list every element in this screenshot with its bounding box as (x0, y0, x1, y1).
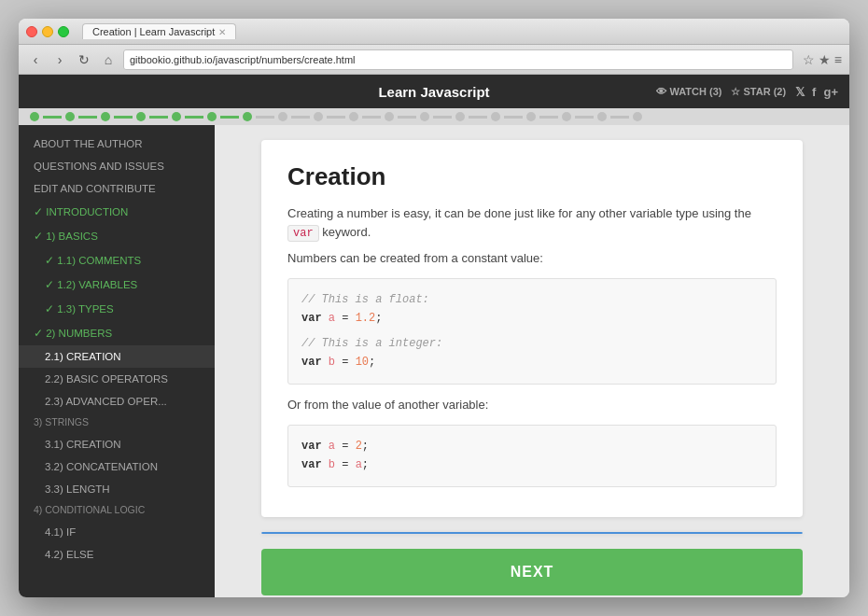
facebook-icon[interactable]: f (812, 85, 816, 99)
var-keyword: var (287, 225, 319, 242)
eye-icon: 👁 (656, 86, 666, 97)
exercise-header: Exercise (262, 533, 802, 534)
progress-dot-6 (243, 112, 252, 121)
progress-line-12 (469, 116, 487, 119)
desc1-suffix: keyword. (322, 225, 371, 239)
desc1-prefix: Creating a number is easy, it can be don… (287, 206, 751, 220)
minimize-button[interactable] (42, 26, 53, 37)
progress-line-3 (149, 116, 168, 119)
traffic-lights (26, 26, 69, 37)
progress-line-5 (220, 116, 239, 119)
tab-title: Creation | Learn Javascript (92, 26, 215, 37)
progress-dot-9 (349, 112, 358, 121)
forward-button[interactable]: › (50, 50, 69, 69)
next-button[interactable]: NEXT (261, 549, 803, 595)
sidebar-item-7[interactable]: ✓ 1.3) TYPES (19, 297, 215, 321)
maximize-button[interactable] (58, 26, 69, 37)
menu-icon[interactable]: ≡ (834, 52, 842, 67)
tab-close-icon[interactable]: ✕ (218, 27, 226, 37)
code-block-2: var a = 2; var b = a; (287, 425, 777, 487)
close-button[interactable] (26, 26, 37, 37)
content-area: Creation Creating a number is easy, it c… (215, 125, 849, 597)
code-line-4: var b = 10; (301, 353, 763, 371)
code2-line-1: var a = 2; (301, 437, 763, 455)
progress-dot-7 (278, 112, 287, 121)
progress-dot-13 (491, 112, 500, 121)
progress-line-1 (78, 116, 97, 119)
progress-line-14 (539, 116, 558, 119)
googleplus-icon[interactable]: g+ (823, 85, 838, 99)
progress-dot-12 (455, 112, 465, 121)
progress-dot-0 (30, 112, 39, 121)
page-title: Creation (287, 162, 777, 191)
progress-line-4 (185, 116, 203, 119)
sidebar-item-10[interactable]: 2.2) BASIC OPERATORS (19, 368, 215, 390)
progress-line-8 (327, 116, 345, 119)
sidebar-item-8[interactable]: ✓ 2) NUMBERS (19, 321, 215, 345)
code2-line-2: var b = a; (301, 455, 763, 474)
progress-dot-2 (101, 112, 110, 121)
main-layout: ABOUT THE AUTHORQUESTIONS AND ISSUESEDIT… (19, 125, 849, 597)
twitter-icon[interactable]: 𝕏 (795, 85, 805, 99)
bookmark-icon[interactable]: ☆ (803, 52, 815, 67)
sidebar-item-4[interactable]: ✓ 1) BASICS (19, 224, 215, 248)
progress-bar (19, 108, 849, 125)
app-title: Learn Javascript (378, 84, 489, 100)
progress-dot-11 (420, 112, 429, 121)
sidebar-item-17[interactable]: 4.1) IF (19, 521, 215, 543)
browser-tab[interactable]: Creation | Learn Javascript ✕ (82, 23, 236, 39)
sidebar-item-14[interactable]: 3.2) CONCATENATION (19, 455, 215, 478)
watch-label: WATCH (3) (669, 86, 721, 97)
sidebar-item-5[interactable]: ✓ 1.1) COMMENTS (19, 248, 215, 273)
sidebar-item-0[interactable]: ABOUT THE AUTHOR (19, 133, 215, 155)
progress-line-11 (433, 116, 452, 119)
watch-button[interactable]: 👁 WATCH (3) (656, 86, 721, 97)
sidebar-item-16[interactable]: 4) CONDITIONAL LOGIC (19, 500, 215, 521)
code-comment-2: // This is a integer: (301, 337, 442, 350)
description-1: Creating a number is easy, it can be don… (287, 204, 777, 242)
star-icon: ☆ (731, 86, 740, 98)
progress-line-15 (575, 116, 594, 119)
sidebar-item-1[interactable]: QUESTIONS AND ISSUES (19, 155, 215, 177)
address-bar[interactable] (123, 49, 793, 70)
progress-line-9 (362, 116, 381, 119)
toolbar-icons: ☆ ★ ≡ (803, 52, 842, 67)
star-label: STAR (2) (743, 86, 786, 97)
description-2: Numbers can be created from a constant v… (287, 249, 777, 268)
sidebar-item-15[interactable]: 3.3) LENGTH (19, 478, 215, 500)
progress-line-6 (256, 116, 274, 119)
home-button[interactable]: ⌂ (99, 50, 118, 69)
star-button[interactable]: ☆ STAR (2) (731, 86, 786, 98)
progress-dot-10 (385, 112, 394, 121)
sidebar-item-12[interactable]: 3) STRINGS (19, 413, 215, 433)
progress-dot-15 (562, 112, 571, 121)
code-comment-1: // This is a float: (301, 293, 429, 306)
progress-dot-14 (526, 112, 536, 121)
sidebar-item-9[interactable]: 2.1) CREATION (19, 345, 215, 368)
progress-line-0 (43, 116, 62, 119)
tab-bar: Creation | Learn Javascript ✕ (82, 23, 236, 39)
code-block-1: // This is a float: var a = 1.2; // This… (287, 278, 777, 385)
progress-line-7 (291, 116, 310, 119)
refresh-button[interactable]: ↻ (75, 50, 93, 69)
exercise-box: Exercise Create a variable x which equal… (261, 532, 803, 534)
header-actions: 👁 WATCH (3) ☆ STAR (2) 𝕏 f g+ (656, 85, 838, 99)
content-card: Creation Creating a number is easy, it c… (261, 140, 803, 517)
sidebar-item-18[interactable]: 4.2) ELSE (19, 543, 215, 566)
sidebar-item-11[interactable]: 2.3) ADVANCED OPER... (19, 390, 215, 413)
progress-dot-5 (207, 112, 217, 121)
back-button[interactable]: ‹ (26, 50, 45, 69)
sidebar-item-13[interactable]: 3.1) CREATION (19, 433, 215, 455)
sidebar-item-3[interactable]: ✓ INTRODUCTION (19, 200, 215, 224)
progress-dot-17 (633, 112, 642, 121)
progress-dot-4 (172, 112, 181, 121)
progress-line-13 (504, 116, 523, 119)
social-icons: 𝕏 f g+ (795, 85, 838, 99)
progress-dot-16 (597, 112, 607, 121)
sidebar: ABOUT THE AUTHORQUESTIONS AND ISSUESEDIT… (19, 125, 215, 597)
star-icon[interactable]: ★ (819, 52, 831, 67)
sidebar-item-6[interactable]: ✓ 1.2) VARIABLES (19, 273, 215, 297)
browser-toolbar: ‹ › ↻ ⌂ ☆ ★ ≡ (19, 45, 849, 75)
sidebar-item-2[interactable]: EDIT AND CONTRIBUTE (19, 177, 215, 200)
app-header: Learn Javascript 👁 WATCH (3) ☆ STAR (2) … (19, 75, 849, 108)
